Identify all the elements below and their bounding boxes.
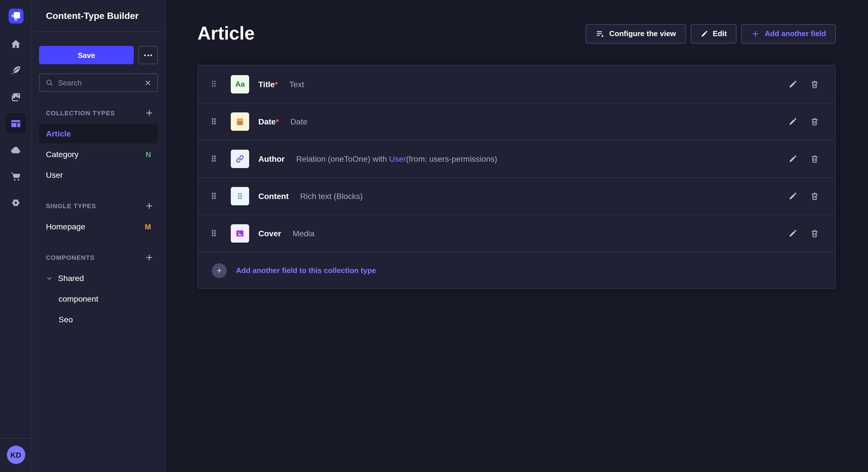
table-row-content: Content Rich text (Blocks) (198, 177, 835, 214)
edit-field-icon[interactable] (788, 154, 797, 164)
drag-handle-icon[interactable] (212, 193, 219, 200)
plugin-header: Content-Type Builder (32, 0, 165, 32)
drag-handle-icon[interactable] (212, 156, 219, 162)
field-type: Date (290, 117, 307, 126)
edit-button[interactable]: Edit (690, 24, 737, 43)
chevron-down-icon (46, 275, 53, 281)
section-label: SINGLE TYPES (46, 202, 96, 209)
add-another-field-button[interactable]: Add another field (741, 24, 836, 43)
search-box (39, 73, 158, 92)
sidebar-item-category[interactable]: Category N (39, 144, 158, 164)
add-collection-type-button[interactable] (143, 107, 156, 119)
cloud-icon[interactable] (5, 139, 26, 160)
media-field-icon (231, 224, 249, 243)
blocks-field-icon (231, 187, 249, 205)
plugin-title: Content-Type Builder (46, 11, 138, 21)
table-row-author: Author Relation (oneToOne) with User(fro… (198, 140, 835, 177)
sidebar-item-homepage[interactable]: Homepage M (39, 217, 158, 236)
page-title: Article (197, 23, 255, 44)
feather-icon[interactable] (5, 60, 26, 81)
delete-field-icon[interactable] (810, 229, 819, 238)
date-field-icon (231, 112, 249, 131)
content-type-builder-app: KD Content-Type Builder Save (0, 0, 868, 472)
relation-field-icon (231, 150, 249, 168)
section-single-types: SINGLE TYPES Homepage M (39, 200, 158, 236)
cart-icon[interactable] (5, 166, 26, 187)
delete-field-icon[interactable] (810, 192, 819, 201)
delete-field-icon[interactable] (810, 154, 819, 164)
sidebar-item-component[interactable]: component (39, 289, 158, 308)
content-type-builder-icon[interactable] (5, 113, 26, 134)
field-type: Rich text (Blocks) (300, 192, 363, 201)
media-library-icon[interactable] (5, 87, 26, 107)
field-type: Text (289, 79, 304, 89)
field-type: Media (292, 229, 314, 238)
edit-field-icon[interactable] (788, 79, 797, 89)
search-icon (45, 78, 53, 87)
main-content: Article Configure the view Edit (165, 0, 868, 472)
rail-footer: KD (0, 438, 32, 472)
add-field-link-label: Add another field to this collection typ… (236, 266, 376, 275)
field-name: Date* (258, 117, 279, 126)
table-row-date: Date* Date (198, 103, 835, 140)
table-row-title: Aa Title* Text (198, 65, 835, 103)
field-name: Content (258, 192, 289, 201)
configure-view-button[interactable]: Configure the view (586, 24, 686, 43)
plus-icon (751, 29, 760, 38)
more-options-button[interactable] (138, 46, 158, 64)
clear-search-icon[interactable] (144, 79, 152, 86)
settings-icon[interactable] (5, 192, 26, 213)
user-avatar[interactable]: KD (7, 446, 25, 464)
section-components: COMPONENTS Shared component (39, 251, 158, 329)
text-field-icon: Aa (231, 75, 249, 93)
field-name: Cover (258, 229, 281, 238)
pencil-icon (700, 30, 708, 38)
section-label: COMPONENTS (46, 254, 95, 261)
field-type: Relation (oneToOne) with User(from: user… (296, 154, 497, 164)
user-link[interactable]: User (389, 154, 406, 164)
delete-field-icon[interactable] (810, 79, 819, 89)
sidebar-item-user[interactable]: User (39, 165, 158, 185)
main-nav-rail: KD (0, 0, 32, 472)
add-single-type-button[interactable] (143, 200, 156, 212)
strapi-logo (8, 9, 23, 24)
edit-field-icon[interactable] (788, 229, 797, 238)
search-input[interactable] (58, 78, 140, 87)
field-name: Author (258, 154, 285, 164)
sidebar-group-shared[interactable]: Shared (39, 268, 158, 288)
table-row-cover: Cover Media (198, 214, 835, 252)
plus-circle-icon (212, 263, 227, 278)
add-field-to-collection-button[interactable]: Add another field to this collection typ… (198, 252, 835, 289)
sidebar-item-article[interactable]: Article (39, 124, 158, 143)
status-badge-modified: M (145, 222, 151, 231)
section-label: COLLECTION TYPES (46, 109, 115, 116)
save-button[interactable]: Save (39, 46, 134, 64)
fields-table: Aa Title* Text Date* Date (197, 65, 836, 289)
sidebar-item-seo[interactable]: Seo (39, 310, 158, 329)
edit-field-icon[interactable] (788, 117, 797, 126)
plugin-sidebar: Content-Type Builder Save COLLECTION TYP… (32, 0, 165, 472)
drag-handle-icon[interactable] (212, 80, 219, 88)
section-collection-types: COLLECTION TYPES Article Category N User (39, 107, 158, 185)
add-component-button[interactable] (143, 251, 156, 264)
status-badge-new: N (146, 150, 151, 159)
delete-field-icon[interactable] (810, 117, 819, 126)
configure-view-icon (596, 29, 605, 38)
drag-handle-icon[interactable] (212, 118, 219, 125)
drag-handle-icon[interactable] (212, 230, 219, 237)
edit-field-icon[interactable] (788, 192, 797, 201)
home-icon[interactable] (5, 34, 26, 55)
field-name: Title* (258, 79, 278, 89)
